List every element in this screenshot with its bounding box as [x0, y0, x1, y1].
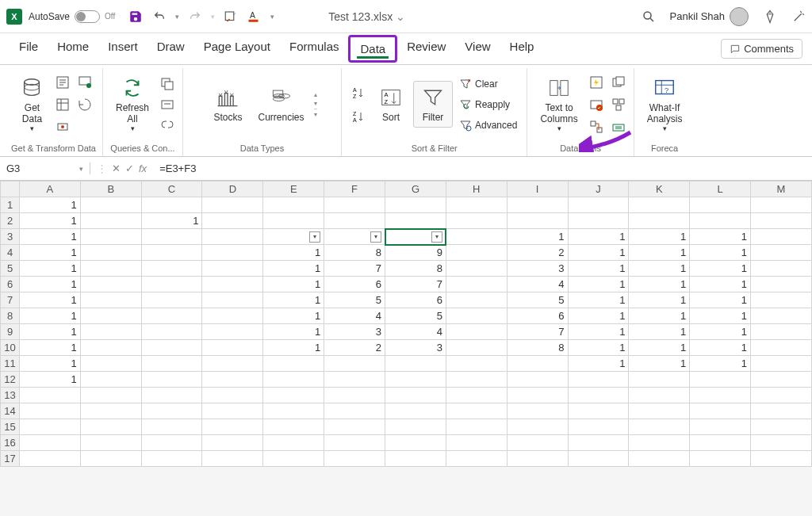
cell-F10[interactable]: 2	[324, 340, 385, 356]
cell-H12[interactable]	[446, 372, 507, 388]
formula-input[interactable]: =E3+F3	[153, 162, 812, 174]
cell-G5[interactable]: 8	[385, 261, 446, 277]
cell-L15[interactable]	[690, 419, 751, 435]
cell-A3[interactable]: 1	[19, 229, 80, 245]
filter-dropdown-icon[interactable]: ▾	[309, 231, 320, 243]
cell-I10[interactable]: 8	[507, 340, 568, 356]
cell-F16[interactable]	[324, 435, 385, 451]
cell-L13[interactable]	[690, 388, 751, 403]
queries-icon[interactable]	[159, 75, 176, 93]
cell-I3[interactable]: 1	[507, 229, 568, 245]
cell-C12[interactable]	[141, 372, 202, 388]
cell-I13[interactable]	[507, 388, 568, 403]
cell-B5[interactable]	[80, 261, 141, 277]
cell-F5[interactable]: 7	[324, 261, 385, 277]
search-icon[interactable]	[642, 10, 656, 24]
column-header-G[interactable]: G	[385, 182, 446, 197]
filter-dropdown-icon[interactable]: ▾	[431, 231, 442, 243]
cell-E16[interactable]	[263, 435, 324, 451]
cell-G3[interactable]: ▾	[385, 229, 446, 245]
row-header-10[interactable]: 10	[1, 340, 20, 356]
cell-A10[interactable]: 1	[19, 340, 80, 356]
cell-H2[interactable]	[446, 213, 507, 229]
quick-icon-1[interactable]	[223, 9, 239, 25]
sort-desc-button[interactable]: ZA	[348, 108, 369, 125]
cell-I7[interactable]: 5	[507, 292, 568, 308]
cell-A15[interactable]	[19, 419, 80, 435]
cell-M7[interactable]	[751, 292, 812, 308]
cell-A13[interactable]	[19, 388, 80, 403]
cell-F17[interactable]	[324, 451, 385, 467]
cell-A8[interactable]: 1	[19, 308, 80, 324]
cell-B13[interactable]	[80, 388, 141, 403]
cell-F7[interactable]: 5	[324, 292, 385, 308]
cell-C6[interactable]	[141, 277, 202, 292]
cell-H5[interactable]	[446, 261, 507, 277]
cell-E9[interactable]: 1	[263, 324, 324, 340]
redo-icon[interactable]	[187, 9, 203, 25]
cell-F12[interactable]	[324, 372, 385, 388]
cell-J12[interactable]	[568, 372, 629, 388]
cell-K3[interactable]: 1	[629, 229, 690, 245]
cell-M12[interactable]	[751, 372, 812, 388]
from-table-icon[interactable]	[54, 96, 71, 113]
cell-M3[interactable]	[751, 229, 812, 245]
cell-G14[interactable]	[385, 403, 446, 419]
user-account[interactable]: Pankil Shah	[670, 7, 749, 26]
cell-L9[interactable]: 1	[690, 324, 751, 340]
cell-L8[interactable]: 1	[690, 308, 751, 324]
cell-K12[interactable]	[629, 372, 690, 388]
data-model-icon[interactable]	[610, 118, 627, 136]
tab-review[interactable]: Review	[397, 35, 455, 63]
cell-F8[interactable]: 4	[324, 308, 385, 324]
cell-G1[interactable]	[385, 197, 446, 213]
cell-H9[interactable]	[446, 324, 507, 340]
cell-L4[interactable]: 1	[690, 245, 751, 261]
cell-L5[interactable]: 1	[690, 261, 751, 277]
tab-formulas[interactable]: Formulas	[280, 35, 349, 63]
text-to-columns-button[interactable]: Text to Columns▾	[534, 72, 584, 137]
cell-E5[interactable]: 1	[263, 261, 324, 277]
cell-M4[interactable]	[751, 245, 812, 261]
cell-L12[interactable]	[690, 372, 751, 388]
comments-button[interactable]: Comments	[721, 39, 802, 59]
cell-K8[interactable]: 1	[629, 308, 690, 324]
tab-data[interactable]: Data	[348, 35, 397, 63]
cell-H10[interactable]	[446, 340, 507, 356]
fx-icon[interactable]: fx	[139, 162, 147, 174]
cell-M1[interactable]	[751, 197, 812, 213]
row-header-17[interactable]: 17	[1, 451, 20, 467]
cell-M6[interactable]	[751, 277, 812, 292]
cell-B11[interactable]	[80, 356, 141, 372]
toggle-switch-icon[interactable]	[75, 10, 100, 23]
cancel-formula-icon[interactable]: ✕	[112, 162, 121, 174]
select-all-corner[interactable]	[1, 182, 20, 197]
cell-I4[interactable]: 2	[507, 245, 568, 261]
cell-F13[interactable]	[324, 388, 385, 403]
row-header-9[interactable]: 9	[1, 324, 20, 340]
cell-M17[interactable]	[751, 451, 812, 467]
cell-L16[interactable]	[690, 435, 751, 451]
cell-B6[interactable]	[80, 277, 141, 292]
cell-F2[interactable]	[324, 213, 385, 229]
cell-H15[interactable]	[446, 419, 507, 435]
sort-button[interactable]: AZ Sort	[372, 82, 410, 126]
cell-D17[interactable]	[202, 451, 263, 467]
cell-I6[interactable]: 4	[507, 277, 568, 292]
tab-page-layout[interactable]: Page Layout	[194, 35, 280, 63]
cell-B15[interactable]	[80, 419, 141, 435]
cell-M5[interactable]	[751, 261, 812, 277]
cell-J6[interactable]: 1	[568, 277, 629, 292]
cell-M10[interactable]	[751, 340, 812, 356]
cell-C16[interactable]	[141, 435, 202, 451]
cell-K17[interactable]	[629, 451, 690, 467]
column-header-M[interactable]: M	[751, 182, 812, 197]
tab-help[interactable]: Help	[500, 35, 544, 63]
cell-K16[interactable]	[629, 435, 690, 451]
cell-L17[interactable]	[690, 451, 751, 467]
currencies-button[interactable]: Currencies	[252, 82, 311, 126]
row-header-11[interactable]: 11	[1, 356, 20, 372]
column-header-J[interactable]: J	[568, 182, 629, 197]
cell-F15[interactable]	[324, 419, 385, 435]
cell-H3[interactable]	[446, 229, 507, 245]
